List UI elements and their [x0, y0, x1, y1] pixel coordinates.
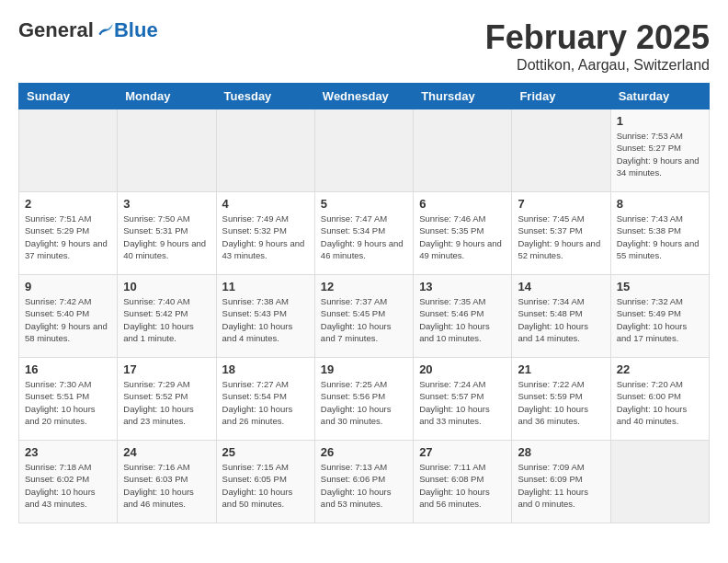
- day-number: 17: [123, 362, 210, 376]
- day-info: Sunrise: 7:53 AM Sunset: 5:27 PM Dayligh…: [617, 130, 703, 178]
- calendar-day-cell: 7Sunrise: 7:45 AM Sunset: 5:37 PM Daylig…: [512, 192, 610, 275]
- day-of-week-header: Sunday: [19, 84, 118, 109]
- day-info: Sunrise: 7:20 AM Sunset: 6:00 PM Dayligh…: [617, 378, 703, 427]
- day-number: 3: [123, 197, 210, 211]
- day-info: Sunrise: 7:13 AM Sunset: 6:06 PM Dayligh…: [321, 461, 407, 510]
- calendar-day-cell: 13Sunrise: 7:35 AM Sunset: 5:46 PM Dayli…: [414, 275, 512, 358]
- day-number: 16: [25, 362, 111, 376]
- calendar-day-cell: 9Sunrise: 7:42 AM Sunset: 5:40 PM Daylig…: [19, 275, 118, 358]
- day-info: Sunrise: 7:29 AM Sunset: 5:52 PM Dayligh…: [123, 378, 210, 427]
- day-number: 24: [123, 445, 210, 459]
- day-number: 22: [617, 362, 703, 376]
- day-info: Sunrise: 7:18 AM Sunset: 6:02 PM Dayligh…: [25, 461, 111, 510]
- day-number: 18: [222, 362, 309, 376]
- day-number: 21: [518, 362, 604, 376]
- calendar-day-cell: 21Sunrise: 7:22 AM Sunset: 5:59 PM Dayli…: [512, 358, 610, 441]
- calendar-day-cell: 2Sunrise: 7:51 AM Sunset: 5:29 PM Daylig…: [19, 192, 118, 275]
- title-block: February 2025 Dottikon, Aargau, Switzerl…: [485, 18, 710, 74]
- day-number: 12: [321, 280, 407, 293]
- calendar-day-cell: 11Sunrise: 7:38 AM Sunset: 5:43 PM Dayli…: [216, 275, 314, 358]
- calendar-day-cell: [512, 109, 610, 192]
- day-of-week-header: Friday: [512, 84, 610, 109]
- calendar-day-cell: 24Sunrise: 7:16 AM Sunset: 6:03 PM Dayli…: [118, 441, 216, 523]
- day-number: 10: [123, 280, 210, 293]
- calendar-day-cell: 8Sunrise: 7:43 AM Sunset: 5:38 PM Daylig…: [610, 192, 709, 275]
- day-number: 19: [321, 362, 407, 376]
- calendar-day-cell: [610, 441, 709, 523]
- day-info: Sunrise: 7:50 AM Sunset: 5:31 PM Dayligh…: [123, 213, 210, 261]
- calendar-day-cell: 25Sunrise: 7:15 AM Sunset: 6:05 PM Dayli…: [216, 441, 314, 523]
- day-number: 6: [419, 197, 506, 211]
- day-info: Sunrise: 7:32 AM Sunset: 5:49 PM Dayligh…: [617, 295, 703, 344]
- month-year-title: February 2025: [485, 18, 710, 57]
- day-info: Sunrise: 7:27 AM Sunset: 5:54 PM Dayligh…: [222, 378, 309, 427]
- day-info: Sunrise: 7:47 AM Sunset: 5:34 PM Dayligh…: [321, 213, 407, 261]
- logo-bird-icon: [96, 21, 114, 40]
- day-of-week-header: Saturday: [610, 84, 709, 109]
- day-number: 8: [617, 197, 703, 211]
- day-number: 9: [25, 280, 111, 293]
- calendar-day-cell: 12Sunrise: 7:37 AM Sunset: 5:45 PM Dayli…: [314, 275, 413, 358]
- logo: General Blue: [18, 18, 158, 42]
- day-info: Sunrise: 7:51 AM Sunset: 5:29 PM Dayligh…: [25, 213, 111, 261]
- calendar-day-cell: 23Sunrise: 7:18 AM Sunset: 6:02 PM Dayli…: [19, 441, 118, 523]
- calendar-day-cell: 22Sunrise: 7:20 AM Sunset: 6:00 PM Dayli…: [610, 358, 709, 441]
- day-info: Sunrise: 7:16 AM Sunset: 6:03 PM Dayligh…: [123, 461, 210, 510]
- day-info: Sunrise: 7:49 AM Sunset: 5:32 PM Dayligh…: [222, 213, 309, 261]
- day-number: 26: [321, 445, 407, 459]
- day-number: 25: [222, 445, 309, 459]
- day-info: Sunrise: 7:24 AM Sunset: 5:57 PM Dayligh…: [419, 378, 506, 427]
- day-of-week-header: Wednesday: [314, 84, 413, 109]
- day-number: 13: [419, 280, 506, 293]
- day-info: Sunrise: 7:45 AM Sunset: 5:37 PM Dayligh…: [518, 213, 604, 261]
- day-info: Sunrise: 7:40 AM Sunset: 5:42 PM Dayligh…: [123, 295, 210, 344]
- page-header: General Blue February 2025 Dottikon, Aar…: [18, 18, 710, 74]
- calendar-day-cell: 5Sunrise: 7:47 AM Sunset: 5:34 PM Daylig…: [314, 192, 413, 275]
- calendar-day-cell: [314, 109, 413, 192]
- calendar-week-row: 23Sunrise: 7:18 AM Sunset: 6:02 PM Dayli…: [19, 441, 710, 523]
- day-info: Sunrise: 7:22 AM Sunset: 5:59 PM Dayligh…: [518, 378, 604, 427]
- day-info: Sunrise: 7:42 AM Sunset: 5:40 PM Dayligh…: [25, 295, 111, 344]
- calendar-day-cell: [216, 109, 314, 192]
- calendar-day-cell: 16Sunrise: 7:30 AM Sunset: 5:51 PM Dayli…: [19, 358, 118, 441]
- day-number: 14: [518, 280, 604, 293]
- day-info: Sunrise: 7:46 AM Sunset: 5:35 PM Dayligh…: [419, 213, 506, 261]
- day-number: 15: [617, 280, 703, 293]
- day-of-week-header: Thursday: [414, 84, 512, 109]
- calendar-day-cell: 1Sunrise: 7:53 AM Sunset: 5:27 PM Daylig…: [610, 109, 709, 192]
- calendar-week-row: 9Sunrise: 7:42 AM Sunset: 5:40 PM Daylig…: [19, 275, 710, 358]
- calendar-day-cell: 28Sunrise: 7:09 AM Sunset: 6:09 PM Dayli…: [512, 441, 610, 523]
- day-of-week-header: Tuesday: [216, 84, 314, 109]
- day-number: 1: [617, 114, 703, 128]
- logo-general-text: General: [18, 18, 94, 42]
- day-info: Sunrise: 7:43 AM Sunset: 5:38 PM Dayligh…: [617, 213, 703, 261]
- day-number: 11: [222, 280, 309, 293]
- calendar-day-cell: 14Sunrise: 7:34 AM Sunset: 5:48 PM Dayli…: [512, 275, 610, 358]
- day-info: Sunrise: 7:35 AM Sunset: 5:46 PM Dayligh…: [419, 295, 506, 344]
- day-number: 7: [518, 197, 604, 211]
- calendar-table: SundayMondayTuesdayWednesdayThursdayFrid…: [18, 83, 710, 523]
- calendar-header-row: SundayMondayTuesdayWednesdayThursdayFrid…: [19, 84, 710, 109]
- logo-blue-text: Blue: [114, 18, 158, 42]
- calendar-day-cell: 4Sunrise: 7:49 AM Sunset: 5:32 PM Daylig…: [216, 192, 314, 275]
- day-number: 2: [25, 197, 111, 211]
- location-subtitle: Dottikon, Aargau, Switzerland: [485, 57, 710, 74]
- day-info: Sunrise: 7:34 AM Sunset: 5:48 PM Dayligh…: [518, 295, 604, 344]
- calendar-day-cell: [19, 109, 118, 192]
- calendar-day-cell: 18Sunrise: 7:27 AM Sunset: 5:54 PM Dayli…: [216, 358, 314, 441]
- calendar-day-cell: 20Sunrise: 7:24 AM Sunset: 5:57 PM Dayli…: [414, 358, 512, 441]
- day-number: 4: [222, 197, 309, 211]
- day-number: 28: [518, 445, 604, 459]
- day-info: Sunrise: 7:37 AM Sunset: 5:45 PM Dayligh…: [321, 295, 407, 344]
- day-info: Sunrise: 7:25 AM Sunset: 5:56 PM Dayligh…: [321, 378, 407, 427]
- day-info: Sunrise: 7:38 AM Sunset: 5:43 PM Dayligh…: [222, 295, 309, 344]
- calendar-week-row: 1Sunrise: 7:53 AM Sunset: 5:27 PM Daylig…: [19, 109, 710, 192]
- day-number: 23: [25, 445, 111, 459]
- day-of-week-header: Monday: [118, 84, 216, 109]
- calendar-day-cell: 27Sunrise: 7:11 AM Sunset: 6:08 PM Dayli…: [414, 441, 512, 523]
- day-number: 5: [321, 197, 407, 211]
- day-info: Sunrise: 7:11 AM Sunset: 6:08 PM Dayligh…: [419, 461, 506, 510]
- calendar-day-cell: 17Sunrise: 7:29 AM Sunset: 5:52 PM Dayli…: [118, 358, 216, 441]
- calendar-day-cell: 15Sunrise: 7:32 AM Sunset: 5:49 PM Dayli…: [610, 275, 709, 358]
- calendar-day-cell: [414, 109, 512, 192]
